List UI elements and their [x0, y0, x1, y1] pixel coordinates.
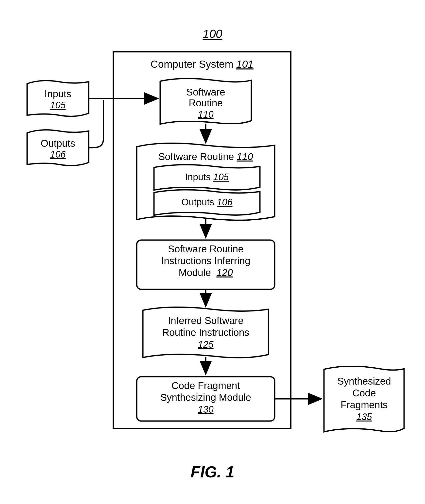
svg-text:Inputs: Inputs: [45, 88, 71, 99]
svg-text:135: 135: [356, 412, 372, 422]
software-routine-compound-doc: Software Routine 110 Inputs 105 Outputs …: [137, 143, 275, 220]
svg-text:Synthesized: Synthesized: [337, 376, 391, 387]
inferred-instructions-doc: Inferred Software Routine Instructions 1…: [143, 307, 269, 358]
svg-text:Instructions Inferring: Instructions Inferring: [161, 255, 250, 266]
svg-text:110: 110: [198, 109, 213, 120]
svg-text:Synthesizing Module: Synthesizing Module: [160, 392, 251, 403]
figure-reference-100: 100: [0, 27, 425, 41]
diagram-svg: Computer System 101 Inputs 105 Outputs 1…: [0, 0, 425, 504]
synth-output-doc: Synthesized Code Fragments 135: [324, 366, 404, 432]
figure-caption: FIG. 1: [0, 463, 425, 481]
svg-text:105: 105: [50, 100, 66, 110]
svg-text:Module  120: Module 120: [179, 267, 233, 278]
connector-outputs-up: [89, 100, 103, 148]
svg-text:Routine: Routine: [189, 98, 223, 108]
inputs-doc: Inputs 105: [27, 81, 89, 116]
svg-text:Outputs 106: Outputs 106: [181, 197, 233, 207]
svg-text:125: 125: [198, 339, 214, 350]
svg-text:Inferred Software: Inferred Software: [168, 315, 244, 326]
svg-text:Software Routine: Software Routine: [168, 244, 244, 254]
outputs-doc: Outputs 106: [27, 130, 89, 165]
svg-text:Inputs 105: Inputs 105: [185, 172, 229, 182]
software-routine-doc: Software Routine 110: [160, 79, 251, 124]
svg-text:Outputs: Outputs: [41, 138, 75, 149]
svg-text:Code: Code: [352, 388, 376, 398]
svg-text:Code Fragment: Code Fragment: [171, 380, 240, 391]
svg-text:130: 130: [198, 404, 213, 415]
svg-text:Fragments: Fragments: [340, 399, 388, 410]
computer-system-title: Computer System 101: [151, 58, 254, 70]
svg-text:Software Routine 110: Software Routine 110: [158, 151, 253, 162]
svg-text:Routine Instructions: Routine Instructions: [162, 327, 249, 338]
svg-text:106: 106: [50, 149, 66, 160]
svg-text:Software: Software: [186, 87, 225, 98]
